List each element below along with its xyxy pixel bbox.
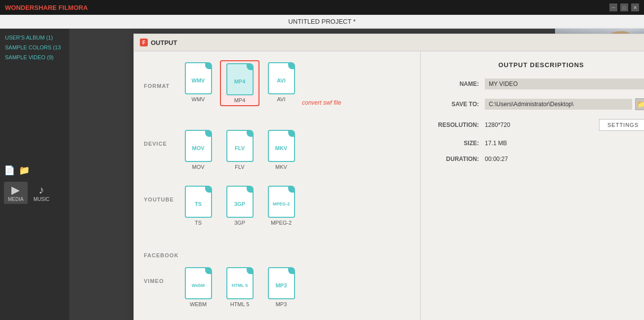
music-icon: ♪ <box>39 184 44 197</box>
flv-label: FLV <box>235 164 244 170</box>
duration-label: DURATION: <box>435 156 485 162</box>
avi-icon-label: AVI <box>277 78 286 83</box>
dialog-header: F OUTPUT ✕ <box>134 34 644 51</box>
ts-icon: TS <box>185 186 212 218</box>
save-to-row: SAVE TO: 📁 <box>435 98 644 110</box>
mpeg2-icon: MPEG-2 <box>268 186 295 218</box>
mp4-label: MP4 <box>234 97 246 103</box>
folder-icon: 📁 <box>637 100 644 108</box>
mp3-label: MP3 <box>276 301 287 307</box>
mp4-icon: MP4 <box>226 63 254 95</box>
duration-row: DURATION: 00:00:27 <box>435 156 644 162</box>
format-item-flv[interactable]: FLV FLV <box>220 128 259 172</box>
facebook-section-label: FACEBOOK <box>134 249 188 260</box>
resolution-row: RESOLUTION: 1280*720 SETTINGS <box>435 119 644 131</box>
device-section-label: DEVICE <box>134 138 177 149</box>
sidebar-item-sample-colors[interactable]: SAMPLE COLORS (13 <box>0 42 69 52</box>
format-item-avi[interactable]: AVI AVI <box>261 60 301 106</box>
duration-value: 00:00:27 <box>485 156 644 162</box>
avi-icon: AVI <box>268 62 295 94</box>
project-title: UNTITLED PROJECT * <box>288 18 355 25</box>
minimize-button[interactable]: ─ <box>609 3 617 11</box>
wmv-label: WMV <box>192 96 205 102</box>
format-section-label: FORMAT <box>134 80 179 91</box>
avi-label: AVI <box>277 96 286 102</box>
mp4-icon-label: MP4 <box>234 79 246 84</box>
mp3-icon: MP3 <box>268 267 295 299</box>
sidebar: USER'S ALBUM (1) SAMPLE COLORS (13 SAMPL… <box>0 29 69 320</box>
name-label: NAME: <box>435 80 485 87</box>
dialog-body: FORMAT WMV WMV <box>134 51 644 320</box>
mpeg2-label: MPEG-2 <box>271 220 292 226</box>
ts-label: TS <box>195 220 202 226</box>
mov-label: MOV <box>192 164 204 170</box>
mkv-icon: MKV <box>268 130 295 162</box>
name-row: NAME: <box>435 79 644 89</box>
html5-label: HTML 5 <box>230 301 250 307</box>
format-item-3gp[interactable]: 3GP 3GP <box>220 184 259 228</box>
format-item-webm[interactable]: WebM WEBM <box>178 265 218 309</box>
wmv-icon-label: WMV <box>192 78 205 83</box>
wmv-icon: WMV <box>185 62 212 94</box>
desc-section-title: OUTPUT DESCRIPTIONS <box>435 61 644 69</box>
format-item-mp3[interactable]: MP3 MP3 <box>261 265 301 309</box>
format-item-mp4[interactable]: MP4 MP4 <box>220 60 259 106</box>
media-tabs: ▶ MEDIA ♪ MUSIC <box>4 182 65 204</box>
size-label: SIZE: <box>435 140 485 147</box>
sidebar-item-sample-video[interactable]: SAMPLE VIDEO (9) <box>0 52 69 62</box>
size-value: 17.1 MB <box>485 140 644 147</box>
flv-icon: FLV <box>226 130 254 162</box>
webm-icon: WebM <box>185 267 212 299</box>
format-item-html5[interactable]: HTML 5 HTML 5 <box>220 265 259 309</box>
convert-swf-label: convert swf file <box>302 99 341 106</box>
dialog-title: F OUTPUT <box>140 39 177 46</box>
size-row: SIZE: 17.1 MB <box>435 140 644 147</box>
main-content: F OUTPUT ✕ FORMAT <box>69 29 555 320</box>
title-bar-left: WONDERSHARE FILMORA <box>5 4 88 11</box>
title-bar-controls: ─ □ ✕ <box>609 3 639 11</box>
html5-icon: HTML 5 <box>226 267 254 299</box>
descriptions-panel: OUTPUT DESCRIPTIONS NAME: SAVE TO: <box>421 51 644 320</box>
name-input[interactable] <box>485 79 644 89</box>
tab-music[interactable]: ♪ MUSIC <box>30 182 53 204</box>
media-icon: ▶ <box>11 184 20 197</box>
resolution-value: 1280*720 <box>485 121 599 128</box>
maximize-button[interactable]: □ <box>620 3 628 11</box>
format-item-ts[interactable]: TS TS <box>178 184 218 228</box>
new-file-icon[interactable]: 📄 <box>4 165 15 176</box>
mkv-label: MKV <box>275 164 287 170</box>
tab-music-label: MUSIC <box>34 197 49 202</box>
output-dialog: F OUTPUT ✕ FORMAT <box>133 34 644 320</box>
title-bar: WONDERSHARE FILMORA ─ □ ✕ <box>0 0 644 15</box>
format-item-mkv[interactable]: MKV MKV <box>261 128 301 172</box>
open-file-icon[interactable]: 📁 <box>19 165 30 176</box>
3gp-label: 3GP <box>234 220 245 226</box>
format-item-mov[interactable]: MOV MOV <box>178 128 218 172</box>
settings-button[interactable]: SETTINGS <box>599 119 644 131</box>
close-button[interactable]: ✕ <box>631 3 639 11</box>
webm-label: WEBM <box>190 301 207 307</box>
save-to-label: SAVE TO: <box>435 101 485 108</box>
tab-media-label: MEDIA <box>8 197 24 202</box>
browse-folder-button[interactable]: 📁 <box>635 98 644 110</box>
format-item-mpeg2[interactable]: MPEG-2 MPEG-2 <box>261 184 301 228</box>
filmora-icon: F <box>140 39 148 46</box>
save-to-path-row: 📁 <box>485 98 644 110</box>
resolution-label: RESOLUTION: <box>435 121 485 128</box>
vimeo-section-label: VIMEO <box>134 275 173 286</box>
3gp-icon: 3GP <box>226 186 254 218</box>
format-item-wmv[interactable]: WMV WMV <box>178 60 218 106</box>
app-logo: WONDERSHARE FILMORA <box>5 4 88 11</box>
mov-icon: MOV <box>185 130 212 162</box>
tab-media[interactable]: ▶ MEDIA <box>4 182 28 204</box>
dialog-overlay: F OUTPUT ✕ FORMAT <box>69 29 555 320</box>
format-panel: FORMAT WMV WMV <box>134 51 421 320</box>
save-to-input[interactable] <box>485 99 632 110</box>
app-area: USER'S ALBUM (1) SAMPLE COLORS (13 SAMPL… <box>0 29 644 320</box>
project-title-bar: UNTITLED PROJECT * <box>0 15 644 29</box>
sidebar-item-users-album[interactable]: USER'S ALBUM (1) <box>0 33 69 42</box>
